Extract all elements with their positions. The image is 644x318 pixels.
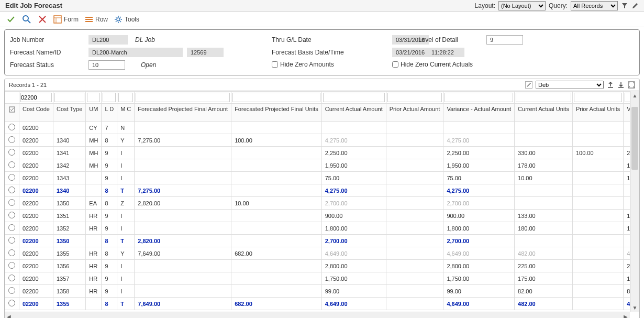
filter-row[interactable] [5,92,640,104]
table-row[interactable]: 0220013508T2,820.002,700.002,700.008,000… [5,235,640,247]
filter-fpfa[interactable] [136,93,230,102]
table-row[interactable]: 022001352HR9I1,800.001,800.00180.00180.0… [5,222,640,235]
row-selector[interactable] [5,272,19,285]
table-row[interactable]: 022001351HR9I900.00900.00133.00133.003,0… [5,210,640,222]
basis-date-field[interactable]: 03/21/2016 [392,48,429,57]
horizontal-scrollbar[interactable]: ◀ ▶ [5,312,630,318]
tools-button[interactable]: Tools [114,15,139,24]
row-selector[interactable] [5,159,19,172]
filter-paa[interactable] [387,93,442,102]
forecast-status-desc: Open [138,60,159,70]
level-detail-label: Level of Detail [418,36,458,43]
svg-rect-1 [54,16,61,23]
forecast-id-field[interactable]: 12569 [187,48,224,57]
pencil-icon[interactable] [631,2,639,9]
table-row[interactable]: 022001340MH8Y7,275.00100.004,275.004,275… [5,134,640,147]
row-selector[interactable] [5,210,19,222]
filter-pau[interactable] [574,93,622,102]
filter-cau[interactable] [516,93,571,102]
level-detail-field[interactable]: 9 [486,35,523,45]
table-row[interactable]: 022001355HR8Y7,649.00682.004,649.004,649… [5,247,640,260]
query-select[interactable]: All Records [571,1,618,10]
table-row[interactable]: 022001350EA8Z2,820.0010.002,700.002,700.… [5,197,640,210]
basis-label: Forecast Basis Date/Time [272,49,361,56]
page-title: Edit Job Forecast [5,2,62,9]
table-row[interactable]: 02200CY7N [5,122,640,134]
row-selector[interactable] [5,197,19,210]
upload-icon[interactable] [607,81,614,89]
ok-button[interactable] [6,15,16,24]
job-number-label: Job Number [10,36,88,43]
scroll-down-icon[interactable]: ▼ [630,303,639,312]
edit-icon[interactable] [525,81,532,89]
forecast-name-field[interactable]: DL200-March [88,48,183,57]
row-selector[interactable] [5,122,19,134]
scroll-right-icon[interactable]: ▶ [621,312,630,318]
table-row[interactable]: 0220013558T7,649.00682.004,649.004,649.0… [5,298,640,310]
job-number-field[interactable]: DL200 [88,35,128,45]
tools-label: Tools [125,16,139,23]
vertical-scrollbar[interactable]: ▲ ▼ [630,91,639,312]
scroll-thumb-v[interactable] [631,107,638,170]
table-row[interactable]: 0220013408T7,275.004,275.004,275.0012,00… [5,184,640,197]
form-label: Form [64,16,79,23]
forecast-status-label: Forecast Status [10,61,88,69]
filter-cost-type[interactable] [54,93,84,102]
row-selector[interactable] [5,134,19,147]
row-selector[interactable] [5,285,19,298]
forecast-status-field[interactable]: 10 [88,60,125,70]
query-label: Query: [549,2,568,9]
table-row[interactable]: 0220013439I75.0075.0010.0010.002,000.001… [5,172,640,184]
table-row[interactable]: 022001358HR9I99.0099.0082.0082.003,500.0… [5,285,640,298]
basis-time-field[interactable]: 11:28:22 [428,48,464,57]
row-selector[interactable] [5,298,19,310]
layout-label: Layout: [475,2,495,9]
scroll-left-icon[interactable]: ◀ [5,312,13,318]
filter-um[interactable] [87,93,100,102]
search-button[interactable] [22,15,31,24]
svg-point-2 [117,18,120,21]
layout-select[interactable]: (No Layout) [498,1,546,10]
download-icon[interactable] [617,81,625,89]
records-label: Records 1 - 21 [9,82,47,88]
expand-icon[interactable] [628,81,635,89]
forecast-name-label: Forecast Name/ID [10,49,88,56]
row-selector[interactable] [5,222,19,235]
row-selector[interactable] [5,260,19,272]
row-selector[interactable] [5,147,19,159]
hide-zero-checkbox[interactable]: Hide Zero Amounts [272,61,334,68]
header-row: Cost Code Cost Type UM L D M C Forecaste… [5,104,640,122]
scroll-up-icon[interactable]: ▲ [630,91,639,100]
select-all-icon[interactable] [8,106,16,113]
row-button[interactable]: Row [85,15,108,24]
row-selector[interactable] [5,172,19,184]
user-select[interactable]: Deb [536,81,604,89]
row-label: Row [95,16,108,23]
filter-vaa[interactable] [445,93,513,102]
table-row[interactable]: 022001357HR9I1,750.001,750.00175.00175.0… [5,272,640,285]
svg-point-0 [23,16,28,21]
filter-caa[interactable] [323,93,385,102]
filter-mc[interactable] [118,93,133,102]
filter-icon[interactable] [621,2,628,9]
row-selector[interactable] [5,184,19,197]
table-row[interactable]: 022001356HR9I2,800.002,800.00225.00225.0… [5,260,640,272]
hide-zero-current-checkbox[interactable]: Hide Zero Current Actuals [392,61,473,68]
filter-fpfu[interactable] [232,93,320,102]
row-selector[interactable] [5,247,19,260]
filter-cost-code[interactable] [20,93,52,102]
thru-gl-label: Thru G/L Date [272,36,361,43]
filter-ld[interactable] [103,93,116,102]
cancel-button[interactable] [38,15,47,24]
table-row[interactable]: 022001341MH9I2,250.002,250.00330.00100.0… [5,147,640,159]
table-row[interactable]: 022001342MH9I1,950.001,950.00178.00178.0… [5,159,640,172]
row-selector[interactable] [5,235,19,247]
job-name: DL Job [132,35,158,45]
form-button[interactable]: Form [53,15,79,24]
